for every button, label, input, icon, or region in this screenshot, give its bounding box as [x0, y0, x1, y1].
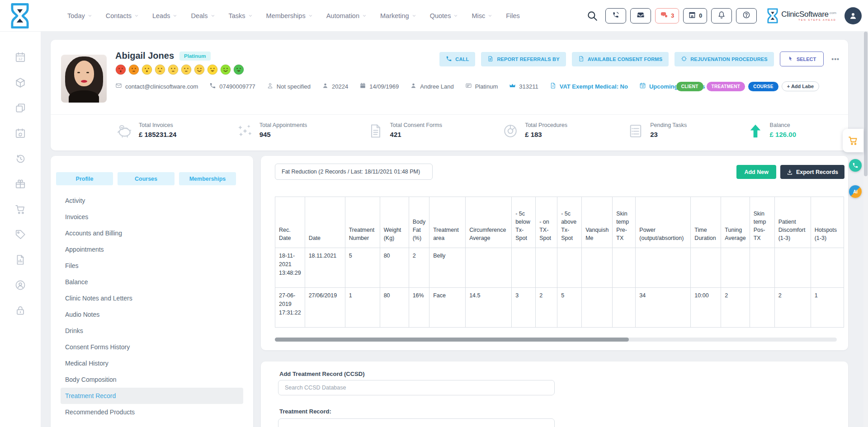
sidebar-item-activity[interactable]: Activity: [61, 192, 243, 209]
label-treatment[interactable]: TREATMENT: [707, 82, 745, 91]
sidebar-item-treatment-record[interactable]: Treatment Record: [61, 388, 243, 404]
mood-face-icon-5[interactable]: [168, 64, 179, 77]
more-actions-button[interactable]: •••: [830, 56, 841, 63]
mood-face-icon-4[interactable]: [155, 64, 165, 77]
tab-courses[interactable]: Courses: [118, 172, 175, 185]
nav-item-files[interactable]: Files: [506, 12, 520, 19]
rail-copy-icon[interactable]: [14, 102, 26, 114]
sidebar-item-recommended-products[interactable]: Recommended Products: [61, 404, 243, 420]
sidebar-item-drinks[interactable]: Drinks: [61, 323, 243, 339]
search-icon[interactable]: [586, 10, 598, 22]
rail-gift-icon[interactable]: [14, 178, 26, 190]
contact-313211[interactable]: 313211: [509, 82, 538, 90]
export-records-button[interactable]: Export Records: [780, 165, 844, 179]
ai-assistant-button[interactable]: AI: [849, 185, 862, 198]
contact-platinum[interactable]: Platinum: [465, 82, 498, 90]
sidebar-item-files[interactable]: Files: [61, 258, 243, 274]
rail-lock-icon[interactable]: [14, 305, 26, 316]
help-button[interactable]: [736, 8, 757, 23]
contact-contact-clinicsoftware-com[interactable]: contact@clinicsoftware.com: [115, 82, 198, 90]
rail-user-lock-icon[interactable]: [14, 279, 26, 291]
available-consent-forms-button[interactable]: AVAILABLE CONSENT FORMS: [572, 52, 669, 66]
clinicsoftware-brand[interactable]: ClinicSoftware.com TEN STEPS AHEAD: [767, 8, 836, 24]
mood-face-icon-3[interactable]: [142, 64, 152, 77]
nav-item-today[interactable]: Today: [67, 12, 92, 19]
tab-profile[interactable]: Profile: [56, 172, 113, 185]
phone-ring-button[interactable]: [605, 8, 626, 23]
contact-20224[interactable]: 20224: [322, 82, 348, 90]
column-header: Vanquish Me: [582, 197, 613, 248]
nav-item-contacts[interactable]: Contacts: [106, 12, 139, 19]
treatment-record-input[interactable]: [278, 418, 555, 427]
nav-item-automation[interactable]: Automation: [326, 12, 367, 19]
sidebar-item-clinic-notes-and-letters[interactable]: Clinic Notes and Letters: [61, 290, 243, 306]
select-button[interactable]: SELECT: [780, 52, 824, 66]
mood-face-icon-10[interactable]: [233, 64, 244, 77]
table-cell: [774, 248, 811, 288]
record-type-selector[interactable]: Fat Reduction (2 Records / Last: 18/11/2…: [275, 164, 433, 180]
rejuvenation-procedures-button[interactable]: REJUVENATION PROCEDURES: [675, 52, 774, 66]
report-referrals-by-button[interactable]: REPORT REFERRALS BY: [481, 52, 566, 66]
scrollbar-thumb[interactable]: [864, 32, 868, 176]
contact-07490009777[interactable]: 07490009777: [209, 82, 255, 90]
contact-not-specified[interactable]: Not specified: [267, 82, 311, 90]
rail-calendar-sync-icon[interactable]: [14, 127, 26, 139]
nav-item-memberships[interactable]: Memberships: [266, 12, 313, 19]
table-row-2[interactable]: 27-06-2019 17:31:2227/06/201918016%Face1…: [275, 288, 844, 328]
treatment-record-label: Treatment Record:: [279, 408, 331, 415]
brand-tld: .com: [829, 10, 836, 14]
mood-face-icon-9[interactable]: [220, 64, 231, 77]
nav-item-label: Files: [506, 12, 520, 19]
sidebar-item-medical-history[interactable]: Medical History: [61, 355, 243, 371]
rail-tag-icon[interactable]: [14, 229, 26, 240]
clinicsoftware-hourglass-logo-icon[interactable]: [10, 3, 30, 28]
add-label-button[interactable]: + Add Labe: [782, 81, 819, 91]
tab-memberships[interactable]: Memberships: [179, 172, 236, 185]
contact-14-09-1969[interactable]: 14/09/1969: [359, 82, 399, 90]
cart-widget-button[interactable]: [843, 129, 863, 152]
sidebar-item-audio-notes[interactable]: Audio Notes: [61, 306, 243, 323]
nav-item-leads[interactable]: Leads: [152, 12, 178, 19]
call-button[interactable]: CALL: [439, 52, 475, 66]
add-new-button[interactable]: Add New: [736, 165, 776, 179]
rail-calendar-12-icon[interactable]: 12: [14, 52, 26, 63]
nav-item-deals[interactable]: Deals: [191, 12, 215, 19]
mood-face-icon-8[interactable]: [207, 64, 218, 77]
nav-item-misc[interactable]: Misc: [472, 12, 492, 19]
sidebar-item-body-composition[interactable]: Body Composition: [61, 371, 243, 388]
ccsd-search-input[interactable]: [278, 380, 555, 395]
scrollbar-thumb[interactable]: [275, 338, 629, 342]
table-cell: 2: [409, 248, 429, 288]
sidebar-item-invoices[interactable]: Invoices: [61, 209, 243, 225]
contact-andree-land[interactable]: Andree Land: [410, 82, 453, 90]
column-header: - 5c above Tx- Spot: [557, 197, 582, 248]
nav-item-tasks[interactable]: Tasks: [229, 12, 253, 19]
inbox-button[interactable]: [630, 8, 651, 23]
rail-cart-icon[interactable]: [14, 203, 26, 215]
nav-item-quotes[interactable]: Quotes: [430, 12, 458, 19]
sidebar-item-appointments[interactable]: Appointments: [61, 241, 243, 258]
sidebar-item-consent-forms-history[interactable]: Consent Forms History: [61, 339, 243, 355]
rail-chart-doc-icon[interactable]: [14, 254, 26, 266]
column-header: Treatment area: [429, 197, 466, 248]
chat-button[interactable]: 3: [655, 8, 679, 23]
mood-face-icon-1[interactable]: [115, 64, 126, 77]
rail-history-icon[interactable]: [14, 153, 26, 164]
mood-face-icon-2[interactable]: [128, 64, 139, 77]
sidebar-item-balance[interactable]: Balance: [61, 274, 243, 290]
label-client[interactable]: CLIENT: [676, 82, 703, 91]
table-row-1[interactable]: 18-11-2021 13:48:2918.11.20215802Belly: [275, 248, 844, 288]
nav-item-marketing[interactable]: Marketing: [380, 12, 416, 19]
patient-photo[interactable]: [61, 55, 107, 103]
mood-face-icon-6[interactable]: [181, 64, 192, 77]
mood-face-icon-7[interactable]: [194, 64, 205, 77]
floating-call-button[interactable]: [849, 159, 862, 172]
contact-vat-exempt-medical-no[interactable]: £VAT Exempt Medical: No: [550, 82, 628, 90]
store-button[interactable]: 0: [683, 8, 707, 23]
user-avatar[interactable]: [844, 7, 862, 24]
rail-package-icon[interactable]: [14, 77, 26, 89]
stat-total-procedures: Total Procedures£ 183: [502, 122, 567, 141]
bell-button[interactable]: [711, 8, 732, 23]
label-course[interactable]: COURSE: [748, 82, 778, 91]
sidebar-item-accounts-and-billing[interactable]: Accounts and Billing: [61, 225, 243, 241]
